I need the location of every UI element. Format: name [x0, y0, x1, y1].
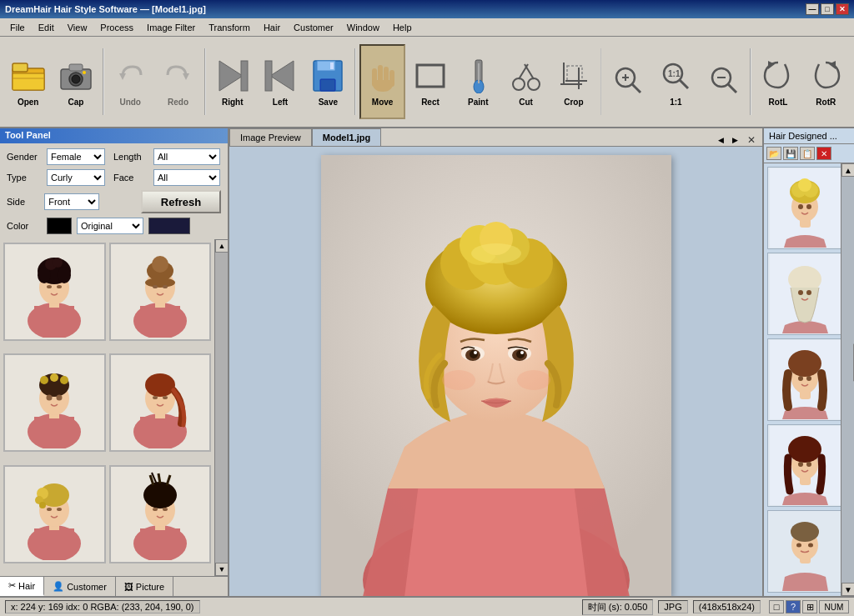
hair-style-6[interactable]: [109, 465, 212, 563]
paint-label: Paint: [468, 98, 488, 107]
prev-right-btn[interactable]: ▶: [730, 135, 741, 145]
hair-scrollbar[interactable]: ▲ ▼: [214, 239, 228, 576]
status-right: 时间 (s): 0.050 JPG (418x518x24) □ ? ⊞ NUM: [582, 599, 849, 615]
redo-button[interactable]: Redo: [155, 44, 201, 119]
color-select[interactable]: Original Black Blonde Brown: [77, 218, 143, 234]
menu-edit[interactable]: Edit: [32, 21, 61, 34]
svg-point-92: [39, 502, 46, 508]
tab-picture[interactable]: 🖼 Picture: [116, 577, 173, 596]
status-btn-3[interactable]: ⊞: [802, 600, 817, 613]
menu-transform[interactable]: Transform: [202, 21, 257, 34]
tab-hair[interactable]: ✂ Hair: [0, 577, 44, 596]
hd-thumb-2[interactable]: [767, 253, 841, 335]
hair-designed-list: [764, 163, 841, 596]
crop-icon: [555, 58, 592, 94]
menu-file[interactable]: File: [3, 21, 32, 34]
hair-style-1[interactable]: [3, 243, 106, 341]
menu-image-filter[interactable]: Image Filter: [140, 21, 202, 34]
move-button[interactable]: Move: [359, 44, 405, 119]
svg-point-77: [57, 395, 63, 401]
svg-text:1:1: 1:1: [668, 69, 681, 78]
svg-line-45: [728, 84, 736, 93]
menu-process[interactable]: Process: [93, 21, 140, 34]
right-button[interactable]: Right: [209, 44, 255, 119]
hd-scroll-track[interactable]: [841, 177, 854, 583]
open-button[interactable]: Open: [5, 44, 51, 119]
hd-scrollbar[interactable]: ▲ ▼: [841, 163, 854, 596]
num-lock[interactable]: NUM: [819, 600, 849, 613]
color-swatch-black[interactable]: [47, 218, 72, 234]
svg-marker-13: [270, 61, 294, 91]
menu-customer[interactable]: Customer: [287, 21, 340, 34]
minimize-button[interactable]: —: [806, 3, 819, 15]
hair-designed-panel: Hair Designed ... 📂 💾 📋 ✕: [762, 128, 854, 596]
close-button[interactable]: ✕: [836, 3, 849, 15]
tab-customer[interactable]: 👤 Customer: [44, 577, 116, 596]
hd-open-btn[interactable]: 📂: [766, 147, 781, 160]
image-preview-tab[interactable]: Image Preview: [229, 128, 312, 146]
hair-style-3[interactable]: [3, 353, 106, 452]
rect-button[interactable]: Rect: [407, 44, 453, 119]
maximize-button[interactable]: □: [821, 3, 834, 15]
hd-delete-btn[interactable]: ✕: [816, 147, 831, 160]
hd-thumb-5[interactable]: [767, 510, 841, 593]
hair-style-2[interactable]: [109, 243, 212, 341]
status-btn-1[interactable]: □: [769, 600, 784, 613]
titlebar-controls[interactable]: — □ ✕: [806, 3, 849, 15]
svg-point-58: [57, 285, 62, 288]
type-select[interactable]: Curly Straight Wavy: [47, 169, 105, 186]
model1-tab[interactable]: Model1.jpg: [312, 128, 381, 146]
svg-line-30: [525, 64, 534, 79]
menu-window[interactable]: Window: [340, 21, 386, 34]
menu-help[interactable]: Help: [386, 21, 419, 34]
left-button[interactable]: Left: [257, 44, 303, 119]
hd-thumb-1[interactable]: [767, 167, 841, 249]
prev-left-btn[interactable]: ◀: [716, 135, 726, 145]
zoom-in-button[interactable]: [605, 44, 651, 119]
scroll-up-btn[interactable]: ▲: [215, 239, 228, 253]
scroll-down-btn[interactable]: ▼: [215, 563, 228, 576]
crop-button[interactable]: Crop: [550, 44, 596, 119]
face-select[interactable]: All Round Oval: [153, 169, 220, 186]
picture-tab-label: Picture: [136, 582, 164, 592]
hd-copy-btn[interactable]: 📋: [800, 147, 815, 160]
preview-tabs: Image Preview Model1.jpg ◀ ▶ ✕: [229, 128, 762, 147]
paint-button[interactable]: Paint: [455, 44, 501, 119]
rotr-button[interactable]: RotR: [803, 44, 849, 119]
tool-panel-controls: Gender Female Male Length All Short Medi…: [0, 143, 228, 239]
gender-row: Gender Female Male Length All Short Medi…: [7, 148, 221, 165]
side-select[interactable]: Front Left Right Back: [44, 193, 99, 210]
zoom-out-button[interactable]: [701, 44, 746, 119]
svg-point-136: [806, 204, 811, 209]
folder-open-icon: [10, 58, 47, 94]
hd-thumb-4[interactable]: [767, 424, 841, 507]
hd-save-btn[interactable]: 💾: [783, 147, 798, 160]
preview-close-btn[interactable]: ✕: [744, 134, 759, 146]
undo-button[interactable]: Undo: [108, 44, 153, 119]
status-btn-2[interactable]: ?: [786, 600, 801, 613]
save-button[interactable]: Save: [305, 44, 351, 119]
svg-line-102: [167, 475, 170, 485]
status-controls: □ ? ⊞ NUM: [769, 600, 849, 613]
cut-label: Cut: [519, 98, 533, 107]
svg-point-124: [520, 351, 524, 354]
undo-icon: [112, 58, 148, 94]
hd-scroll-down[interactable]: ▼: [841, 583, 854, 596]
hair-style-5[interactable]: [3, 465, 106, 563]
rect-label: Rect: [421, 98, 440, 107]
cut-button[interactable]: Cut: [503, 44, 549, 119]
hair-style-4[interactable]: [109, 353, 212, 452]
cap-button[interactable]: Cap: [53, 44, 98, 119]
length-select[interactable]: All Short Medium Long: [153, 148, 220, 165]
rotl-button[interactable]: RotL: [755, 44, 801, 119]
svg-line-39: [632, 84, 640, 93]
svg-point-147: [798, 376, 803, 381]
hd-thumb-3[interactable]: [767, 338, 841, 421]
menu-hair[interactable]: Hair: [257, 21, 287, 34]
scroll-track[interactable]: [215, 253, 228, 563]
gender-select[interactable]: Female Male: [47, 148, 105, 165]
refresh-button[interactable]: Refresh: [141, 190, 221, 213]
hd-scroll-up[interactable]: ▲: [841, 163, 854, 177]
zoom-11-button[interactable]: 1:1 1:1: [653, 44, 699, 119]
menu-view[interactable]: View: [61, 21, 94, 34]
